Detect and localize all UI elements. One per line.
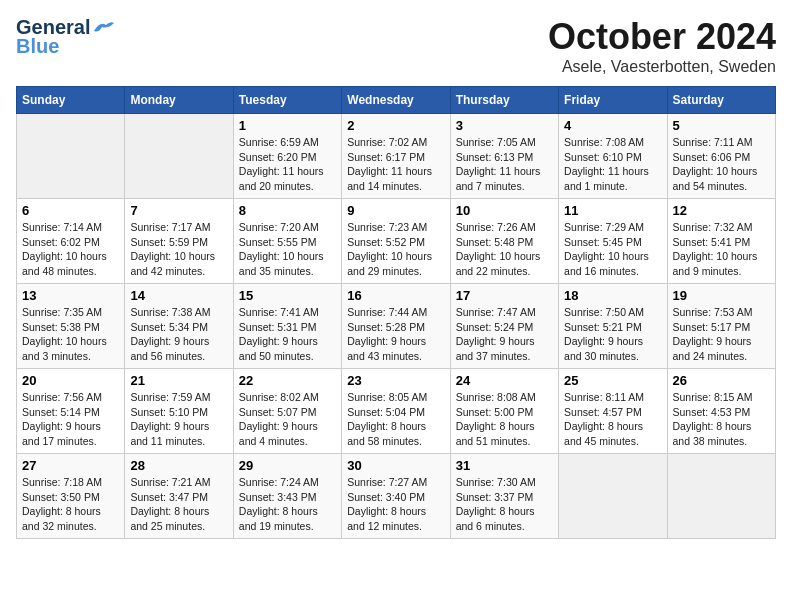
day-info: Sunrise: 6:59 AMSunset: 6:20 PMDaylight:… bbox=[239, 135, 336, 194]
day-number: 10 bbox=[456, 203, 553, 218]
col-saturday: Saturday bbox=[667, 87, 775, 114]
table-cell: 13Sunrise: 7:35 AMSunset: 5:38 PMDayligh… bbox=[17, 284, 125, 369]
day-info: Sunrise: 7:53 AMSunset: 5:17 PMDaylight:… bbox=[673, 305, 770, 364]
table-cell: 29Sunrise: 7:24 AMSunset: 3:43 PMDayligh… bbox=[233, 454, 341, 539]
day-number: 17 bbox=[456, 288, 553, 303]
day-number: 16 bbox=[347, 288, 444, 303]
table-cell: 23Sunrise: 8:05 AMSunset: 5:04 PMDayligh… bbox=[342, 369, 450, 454]
day-number: 1 bbox=[239, 118, 336, 133]
day-number: 27 bbox=[22, 458, 119, 473]
day-number: 24 bbox=[456, 373, 553, 388]
week-row-2: 6Sunrise: 7:14 AMSunset: 6:02 PMDaylight… bbox=[17, 199, 776, 284]
week-row-3: 13Sunrise: 7:35 AMSunset: 5:38 PMDayligh… bbox=[17, 284, 776, 369]
table-cell bbox=[559, 454, 667, 539]
table-cell: 7Sunrise: 7:17 AMSunset: 5:59 PMDaylight… bbox=[125, 199, 233, 284]
logo: General Blue bbox=[16, 16, 114, 58]
day-info: Sunrise: 7:50 AMSunset: 5:21 PMDaylight:… bbox=[564, 305, 661, 364]
day-number: 4 bbox=[564, 118, 661, 133]
table-cell: 2Sunrise: 7:02 AMSunset: 6:17 PMDaylight… bbox=[342, 114, 450, 199]
day-info: Sunrise: 7:41 AMSunset: 5:31 PMDaylight:… bbox=[239, 305, 336, 364]
day-info: Sunrise: 7:35 AMSunset: 5:38 PMDaylight:… bbox=[22, 305, 119, 364]
table-cell bbox=[17, 114, 125, 199]
day-number: 8 bbox=[239, 203, 336, 218]
table-cell: 17Sunrise: 7:47 AMSunset: 5:24 PMDayligh… bbox=[450, 284, 558, 369]
week-row-5: 27Sunrise: 7:18 AMSunset: 3:50 PMDayligh… bbox=[17, 454, 776, 539]
day-number: 3 bbox=[456, 118, 553, 133]
logo-blue: Blue bbox=[16, 35, 59, 58]
day-info: Sunrise: 8:11 AMSunset: 4:57 PMDaylight:… bbox=[564, 390, 661, 449]
table-cell: 21Sunrise: 7:59 AMSunset: 5:10 PMDayligh… bbox=[125, 369, 233, 454]
table-cell bbox=[125, 114, 233, 199]
day-number: 15 bbox=[239, 288, 336, 303]
day-info: Sunrise: 7:30 AMSunset: 3:37 PMDaylight:… bbox=[456, 475, 553, 534]
week-row-4: 20Sunrise: 7:56 AMSunset: 5:14 PMDayligh… bbox=[17, 369, 776, 454]
title-area: October 2024 Asele, Vaesterbotten, Swede… bbox=[548, 16, 776, 76]
table-cell: 16Sunrise: 7:44 AMSunset: 5:28 PMDayligh… bbox=[342, 284, 450, 369]
day-info: Sunrise: 7:26 AMSunset: 5:48 PMDaylight:… bbox=[456, 220, 553, 279]
day-info: Sunrise: 7:27 AMSunset: 3:40 PMDaylight:… bbox=[347, 475, 444, 534]
day-info: Sunrise: 7:18 AMSunset: 3:50 PMDaylight:… bbox=[22, 475, 119, 534]
location: Asele, Vaesterbotten, Sweden bbox=[548, 58, 776, 76]
day-number: 6 bbox=[22, 203, 119, 218]
logo-bird-icon bbox=[92, 19, 114, 37]
table-cell: 19Sunrise: 7:53 AMSunset: 5:17 PMDayligh… bbox=[667, 284, 775, 369]
table-cell: 27Sunrise: 7:18 AMSunset: 3:50 PMDayligh… bbox=[17, 454, 125, 539]
day-info: Sunrise: 7:21 AMSunset: 3:47 PMDaylight:… bbox=[130, 475, 227, 534]
day-info: Sunrise: 7:17 AMSunset: 5:59 PMDaylight:… bbox=[130, 220, 227, 279]
table-cell: 5Sunrise: 7:11 AMSunset: 6:06 PMDaylight… bbox=[667, 114, 775, 199]
table-cell: 12Sunrise: 7:32 AMSunset: 5:41 PMDayligh… bbox=[667, 199, 775, 284]
day-number: 29 bbox=[239, 458, 336, 473]
day-info: Sunrise: 8:08 AMSunset: 5:00 PMDaylight:… bbox=[456, 390, 553, 449]
table-cell: 4Sunrise: 7:08 AMSunset: 6:10 PMDaylight… bbox=[559, 114, 667, 199]
table-cell: 18Sunrise: 7:50 AMSunset: 5:21 PMDayligh… bbox=[559, 284, 667, 369]
table-cell: 24Sunrise: 8:08 AMSunset: 5:00 PMDayligh… bbox=[450, 369, 558, 454]
table-cell: 30Sunrise: 7:27 AMSunset: 3:40 PMDayligh… bbox=[342, 454, 450, 539]
day-number: 18 bbox=[564, 288, 661, 303]
day-number: 11 bbox=[564, 203, 661, 218]
day-info: Sunrise: 7:08 AMSunset: 6:10 PMDaylight:… bbox=[564, 135, 661, 194]
calendar-table: Sunday Monday Tuesday Wednesday Thursday… bbox=[16, 86, 776, 539]
day-info: Sunrise: 7:20 AMSunset: 5:55 PMDaylight:… bbox=[239, 220, 336, 279]
day-info: Sunrise: 7:23 AMSunset: 5:52 PMDaylight:… bbox=[347, 220, 444, 279]
day-info: Sunrise: 8:05 AMSunset: 5:04 PMDaylight:… bbox=[347, 390, 444, 449]
day-number: 13 bbox=[22, 288, 119, 303]
day-number: 7 bbox=[130, 203, 227, 218]
day-info: Sunrise: 7:38 AMSunset: 5:34 PMDaylight:… bbox=[130, 305, 227, 364]
table-cell: 28Sunrise: 7:21 AMSunset: 3:47 PMDayligh… bbox=[125, 454, 233, 539]
table-cell: 20Sunrise: 7:56 AMSunset: 5:14 PMDayligh… bbox=[17, 369, 125, 454]
day-info: Sunrise: 7:47 AMSunset: 5:24 PMDaylight:… bbox=[456, 305, 553, 364]
table-cell: 14Sunrise: 7:38 AMSunset: 5:34 PMDayligh… bbox=[125, 284, 233, 369]
day-number: 19 bbox=[673, 288, 770, 303]
day-number: 5 bbox=[673, 118, 770, 133]
table-cell bbox=[667, 454, 775, 539]
day-info: Sunrise: 7:05 AMSunset: 6:13 PMDaylight:… bbox=[456, 135, 553, 194]
table-cell: 25Sunrise: 8:11 AMSunset: 4:57 PMDayligh… bbox=[559, 369, 667, 454]
col-sunday: Sunday bbox=[17, 87, 125, 114]
table-cell: 8Sunrise: 7:20 AMSunset: 5:55 PMDaylight… bbox=[233, 199, 341, 284]
day-number: 25 bbox=[564, 373, 661, 388]
table-cell: 10Sunrise: 7:26 AMSunset: 5:48 PMDayligh… bbox=[450, 199, 558, 284]
col-friday: Friday bbox=[559, 87, 667, 114]
day-number: 22 bbox=[239, 373, 336, 388]
day-number: 30 bbox=[347, 458, 444, 473]
col-monday: Monday bbox=[125, 87, 233, 114]
day-number: 28 bbox=[130, 458, 227, 473]
day-info: Sunrise: 7:11 AMSunset: 6:06 PMDaylight:… bbox=[673, 135, 770, 194]
day-info: Sunrise: 7:44 AMSunset: 5:28 PMDaylight:… bbox=[347, 305, 444, 364]
col-wednesday: Wednesday bbox=[342, 87, 450, 114]
day-info: Sunrise: 7:56 AMSunset: 5:14 PMDaylight:… bbox=[22, 390, 119, 449]
day-info: Sunrise: 8:15 AMSunset: 4:53 PMDaylight:… bbox=[673, 390, 770, 449]
day-number: 2 bbox=[347, 118, 444, 133]
day-number: 14 bbox=[130, 288, 227, 303]
table-cell: 31Sunrise: 7:30 AMSunset: 3:37 PMDayligh… bbox=[450, 454, 558, 539]
col-thursday: Thursday bbox=[450, 87, 558, 114]
day-number: 9 bbox=[347, 203, 444, 218]
day-info: Sunrise: 7:02 AMSunset: 6:17 PMDaylight:… bbox=[347, 135, 444, 194]
col-tuesday: Tuesday bbox=[233, 87, 341, 114]
week-row-1: 1Sunrise: 6:59 AMSunset: 6:20 PMDaylight… bbox=[17, 114, 776, 199]
table-cell: 22Sunrise: 8:02 AMSunset: 5:07 PMDayligh… bbox=[233, 369, 341, 454]
table-cell: 3Sunrise: 7:05 AMSunset: 6:13 PMDaylight… bbox=[450, 114, 558, 199]
day-info: Sunrise: 7:24 AMSunset: 3:43 PMDaylight:… bbox=[239, 475, 336, 534]
table-cell: 6Sunrise: 7:14 AMSunset: 6:02 PMDaylight… bbox=[17, 199, 125, 284]
day-info: Sunrise: 7:29 AMSunset: 5:45 PMDaylight:… bbox=[564, 220, 661, 279]
